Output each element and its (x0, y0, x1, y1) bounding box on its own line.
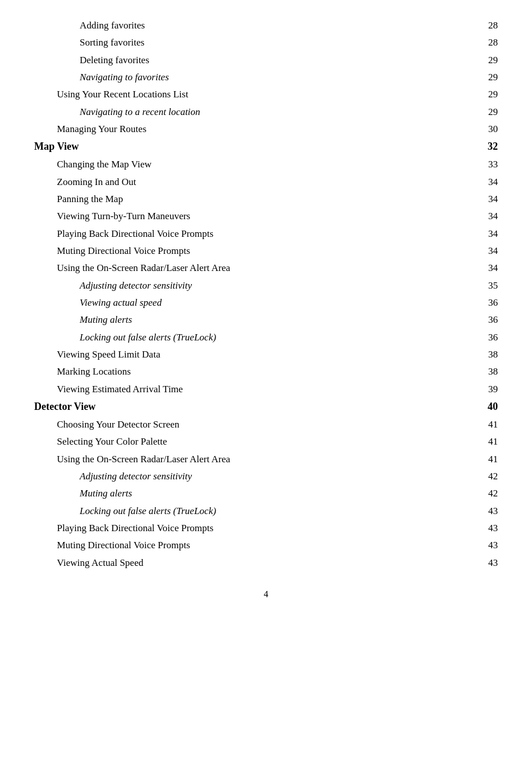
toc-row: Zooming In and Out34 (34, 174, 498, 190)
toc-entry-text: Adjusting detector sensitivity (34, 278, 192, 293)
toc-page-number: 28 (488, 18, 498, 33)
toc-page-number: 38 (488, 364, 498, 379)
toc-page-number: 29 (488, 105, 498, 120)
toc-entry-text: Zooming In and Out (34, 175, 136, 190)
toc-row: Map View32 (34, 138, 498, 155)
toc-row: Managing Your Routes30 (34, 121, 498, 137)
toc-entry-text: Viewing Turn-by-Turn Maneuvers (34, 209, 190, 224)
toc-entry-text: Viewing Actual Speed (34, 556, 143, 570)
toc-row: Muting Directional Voice Prompts34 (34, 243, 498, 258)
toc-page-number: 35 (488, 278, 498, 293)
toc-entry-text: Muting Directional Voice Prompts (34, 244, 190, 258)
toc-page-number: 29 (488, 53, 498, 68)
toc-page-number: 38 (488, 347, 498, 362)
toc-row: Navigating to favorites29 (34, 69, 498, 85)
toc-page-number: 39 (488, 382, 498, 397)
toc-entry-text: Viewing Speed Limit Data (34, 347, 160, 362)
toc-entry-text: Viewing actual speed (34, 295, 162, 310)
toc-row: Viewing Turn-by-Turn Maneuvers34 (34, 208, 498, 224)
toc-page-number: 34 (488, 227, 498, 241)
toc-container: Adding favorites28Sorting favorites28Del… (34, 17, 498, 570)
toc-page-number: 29 (488, 70, 498, 85)
toc-entry-text: Selecting Your Color Palette (34, 434, 167, 449)
toc-entry-text: Navigating to a recent location (34, 105, 200, 120)
toc-page-number: 41 (488, 417, 498, 432)
toc-entry-text: Choosing Your Detector Screen (34, 417, 179, 432)
toc-entry-text: Locking out false alerts (TrueLock) (34, 330, 216, 345)
toc-row: Locking out false alerts (TrueLock)43 (34, 503, 498, 519)
toc-row: Playing Back Directional Voice Prompts43 (34, 520, 498, 536)
toc-entry-text: Detector View (34, 399, 96, 415)
toc-page-number: 36 (488, 313, 498, 327)
toc-row: Panning the Map34 (34, 191, 498, 207)
toc-entry-text: Muting alerts (34, 313, 132, 327)
toc-entry-text: Using Your Recent Locations List (34, 87, 188, 102)
toc-entry-text: Playing Back Directional Voice Prompts (34, 227, 213, 241)
toc-row: Adjusting detector sensitivity42 (34, 468, 498, 484)
toc-row: Viewing Speed Limit Data38 (34, 346, 498, 362)
toc-row: Adjusting detector sensitivity35 (34, 277, 498, 293)
toc-page-number: 43 (488, 521, 498, 536)
toc-page-number: 40 (488, 399, 498, 415)
toc-entry-text: Locking out false alerts (TrueLock) (34, 504, 216, 519)
toc-page-number: 28 (488, 35, 498, 50)
toc-entry-text: Navigating to favorites (34, 70, 169, 85)
toc-page-number: 34 (488, 261, 498, 276)
toc-row: Adding favorites28 (34, 17, 498, 33)
toc-entry-text: Viewing Estimated Arrival Time (34, 382, 183, 397)
toc-row: Marking Locations38 (34, 363, 498, 379)
toc-page-number: 43 (488, 504, 498, 519)
toc-page-number: 32 (488, 139, 498, 155)
toc-page-number: 34 (488, 209, 498, 224)
toc-row: Viewing actual speed36 (34, 294, 498, 310)
toc-entry-text: Map View (34, 139, 79, 155)
toc-row: Selecting Your Color Palette41 (34, 433, 498, 449)
toc-row: Using the On-Screen Radar/Laser Alert Ar… (34, 260, 498, 276)
toc-row: Muting alerts36 (34, 311, 498, 327)
toc-entry-text: Muting alerts (34, 486, 132, 501)
toc-entry-text: Managing Your Routes (34, 122, 146, 137)
toc-row: Choosing Your Detector Screen41 (34, 416, 498, 432)
toc-row: Sorting favorites28 (34, 34, 498, 50)
toc-entry-text: Using the On-Screen Radar/Laser Alert Ar… (34, 261, 230, 276)
toc-page-number: 29 (488, 87, 498, 102)
toc-row: Detector View40 (34, 398, 498, 415)
toc-page-number: 33 (488, 157, 498, 172)
toc-row: Playing Back Directional Voice Prompts34 (34, 225, 498, 241)
toc-row: Viewing Actual Speed43 (34, 554, 498, 570)
toc-row: Changing the Map View33 (34, 156, 498, 172)
toc-page-number: 34 (488, 244, 498, 258)
toc-page-number: 34 (488, 175, 498, 190)
toc-entry-text: Marking Locations (34, 364, 131, 379)
page-footer: 4 (34, 588, 498, 602)
toc-entry-text: Panning the Map (34, 192, 123, 207)
toc-page-number: 34 (488, 192, 498, 207)
toc-page-number: 41 (488, 434, 498, 449)
toc-row: Viewing Estimated Arrival Time39 (34, 381, 498, 397)
toc-row: Muting Directional Voice Prompts43 (34, 537, 498, 553)
toc-row: Navigating to a recent location29 (34, 104, 498, 120)
toc-page-number: 43 (488, 538, 498, 553)
toc-entry-text: Adding favorites (34, 18, 145, 33)
toc-row: Locking out false alerts (TrueLock)36 (34, 329, 498, 345)
page-number: 4 (264, 589, 269, 599)
toc-page-number: 42 (488, 469, 498, 484)
toc-entry-text: Using the On-Screen Radar/Laser Alert Ar… (34, 452, 230, 467)
toc-page-number: 43 (488, 556, 498, 570)
toc-entry-text: Muting Directional Voice Prompts (34, 538, 190, 553)
toc-page-number: 41 (488, 452, 498, 467)
toc-entry-text: Sorting favorites (34, 35, 145, 50)
toc-page-number: 36 (488, 330, 498, 345)
toc-row: Using Your Recent Locations List29 (34, 86, 498, 102)
toc-entry-text: Adjusting detector sensitivity (34, 469, 192, 484)
toc-row: Muting alerts42 (34, 485, 498, 501)
toc-row: Using the On-Screen Radar/Laser Alert Ar… (34, 451, 498, 467)
toc-page-number: 36 (488, 295, 498, 310)
toc-entry-text: Changing the Map View (34, 157, 151, 172)
toc-page-number: 42 (488, 486, 498, 501)
toc-entry-text: Deleting favorites (34, 53, 149, 68)
toc-page-number: 30 (488, 122, 498, 137)
toc-entry-text: Playing Back Directional Voice Prompts (34, 521, 213, 536)
toc-row: Deleting favorites29 (34, 52, 498, 68)
